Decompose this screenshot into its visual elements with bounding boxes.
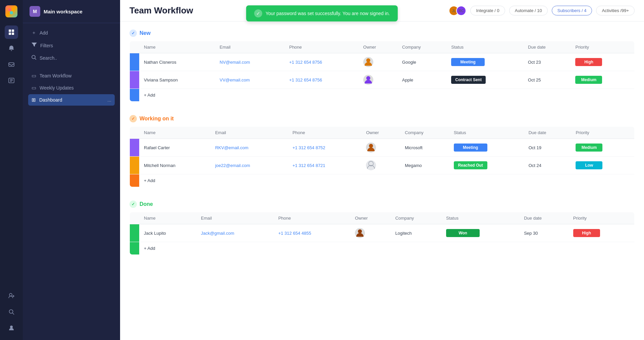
section-header-done: ✓ Done [129, 201, 635, 208]
cell-email[interactable]: Jack@gmail.com [196, 224, 274, 242]
icon-nav-add-user[interactable] [5, 289, 18, 302]
cell-email[interactable]: joe22@email.com [210, 157, 287, 174]
cell-owner [361, 157, 400, 174]
sidebar-item-team-workflow[interactable]: ▭ Team Workflow [28, 70, 115, 81]
cell-email[interactable]: RKV@email.com [210, 139, 287, 157]
add-row-label[interactable]: + Add [139, 89, 635, 102]
th-duedate-new: Due date [523, 41, 571, 53]
row-indicator [130, 242, 140, 255]
svg-point-17 [10, 326, 13, 328]
app-logo [5, 5, 17, 17]
phone-link[interactable]: +1 312 654 4855 [278, 231, 311, 236]
icon-nav-user[interactable] [5, 321, 18, 335]
th-email-new: Email [215, 41, 284, 53]
table-header-row-new: Name Email Phone Owner Company Status Du… [130, 41, 635, 53]
search-action[interactable]: Search.. [28, 52, 115, 63]
cell-status: Won [441, 224, 519, 242]
table-icon: ▭ [32, 73, 36, 79]
add-row[interactable]: + Add [130, 89, 635, 102]
cell-status: Meeting [446, 53, 523, 71]
add-row[interactable]: + Add [130, 174, 635, 187]
th-name-new: Name [139, 41, 215, 53]
cell-phone[interactable]: +1 312 654 8752 [288, 139, 362, 157]
icon-nav-inbox[interactable] [5, 58, 18, 71]
email-link[interactable]: joe22@email.com [215, 163, 250, 168]
table-working: Name Email Phone Owner Company Status Du… [129, 126, 635, 187]
subscribers-button[interactable]: Subscribers / 4 [552, 6, 592, 15]
th-owner-new: Owner [359, 41, 397, 53]
table-row: Nathan Cisneros NV@email.com +1 312 654 … [130, 53, 635, 71]
section-working: ✓ Working on it Name Email Phone Owner C… [129, 115, 635, 187]
email-link[interactable]: RKV@email.com [215, 145, 248, 150]
cell-name: Mitchell Norman [139, 157, 210, 174]
phone-link[interactable]: +1 312 654 8721 [292, 163, 325, 168]
integrate-button[interactable]: Integrate / 0 [470, 6, 505, 15]
icon-nav-search[interactable] [5, 305, 18, 319]
sidebar-header: M Main workspace [23, 0, 120, 23]
icon-nav-grid[interactable] [5, 25, 18, 39]
table-new: Name Email Phone Owner Company Status Du… [129, 41, 635, 102]
add-row[interactable]: + Add [130, 242, 635, 255]
owner-avatar [366, 143, 376, 153]
svg-point-18 [32, 55, 35, 59]
section-icon-new: ✓ [129, 30, 137, 37]
cell-phone[interactable]: +1 312 654 8756 [284, 71, 359, 89]
owner-avatar [366, 160, 376, 170]
sidebar-item-label: Team Workflow [40, 73, 71, 78]
more-dots[interactable]: ... [107, 97, 111, 103]
th-priority-working: Priority [571, 127, 634, 139]
cell-email[interactable]: NV@email.com [215, 53, 284, 71]
cell-company: Megamo [400, 157, 449, 174]
priority-badge: Low [576, 161, 602, 169]
automate-label: Automate / 10 [515, 8, 542, 13]
cell-name: Viviana Sampson [139, 71, 215, 89]
row-indicator [130, 224, 140, 242]
cell-owner [350, 224, 390, 242]
th-name-working: Name [139, 127, 210, 139]
email-link[interactable]: Jack@gmail.com [201, 231, 234, 236]
sidebar-item-label-2: Weekly Updates [40, 85, 74, 91]
filter-icon [32, 43, 37, 48]
email-link[interactable]: NV@email.com [220, 60, 250, 65]
sidebar-item-dashboard[interactable]: ⊞ Dashboard ... [28, 94, 115, 106]
cell-name: Nathan Cisneros [139, 53, 215, 71]
cell-email[interactable]: VV@email.com [215, 71, 284, 89]
filters-action[interactable]: Filters [28, 40, 115, 51]
th-company-done: Company [390, 212, 441, 224]
left-sidebar: M Main workspace ＋ Add Filters Search.. [23, 0, 120, 340]
section-title-new: New [140, 30, 151, 36]
cell-phone[interactable]: +1 312 654 4855 [274, 224, 350, 242]
svg-point-20 [366, 58, 370, 62]
status-badge: Contract Sent [451, 76, 486, 84]
th-indicator [130, 127, 140, 139]
row-indicator [130, 89, 140, 102]
th-status-new: Status [446, 41, 523, 53]
add-row-label[interactable]: + Add [139, 174, 635, 187]
add-icon: ＋ [32, 30, 36, 36]
cell-phone[interactable]: +1 312 654 8756 [284, 53, 359, 71]
th-duedate-working: Due date [524, 127, 571, 139]
email-link[interactable]: VV@email.com [220, 77, 250, 82]
filters-label: Filters [40, 43, 53, 48]
icon-nav-list[interactable] [5, 74, 18, 87]
add-action[interactable]: ＋ Add [28, 27, 115, 39]
svg-point-0 [8, 8, 11, 11]
cell-name: Rafael Carter [139, 139, 210, 157]
workspace-title: Main workspace [44, 9, 83, 14]
section-header-new: ✓ New [129, 30, 635, 37]
workspace-avatar: M [30, 6, 40, 17]
add-row-label[interactable]: + Add [139, 242, 635, 255]
phone-link[interactable]: +1 312 654 8756 [289, 60, 322, 65]
activities-button[interactable]: Activities /99+ [596, 6, 635, 15]
phone-link[interactable]: +1 312 654 8756 [289, 77, 322, 82]
avatar-group: JL RC [451, 6, 466, 16]
status-badge: Meeting [451, 58, 485, 66]
phone-link[interactable]: +1 312 654 8752 [292, 145, 325, 150]
section-icon-done: ✓ [129, 201, 137, 208]
icon-nav-bell[interactable] [5, 42, 18, 55]
cell-phone[interactable]: +1 312 654 8721 [288, 157, 362, 174]
cell-status: Contract Sent [446, 71, 523, 89]
cell-owner [359, 53, 397, 71]
automate-button[interactable]: Automate / 10 [509, 6, 548, 15]
sidebar-item-weekly-updates[interactable]: ▭ Weekly Updates [28, 82, 115, 94]
